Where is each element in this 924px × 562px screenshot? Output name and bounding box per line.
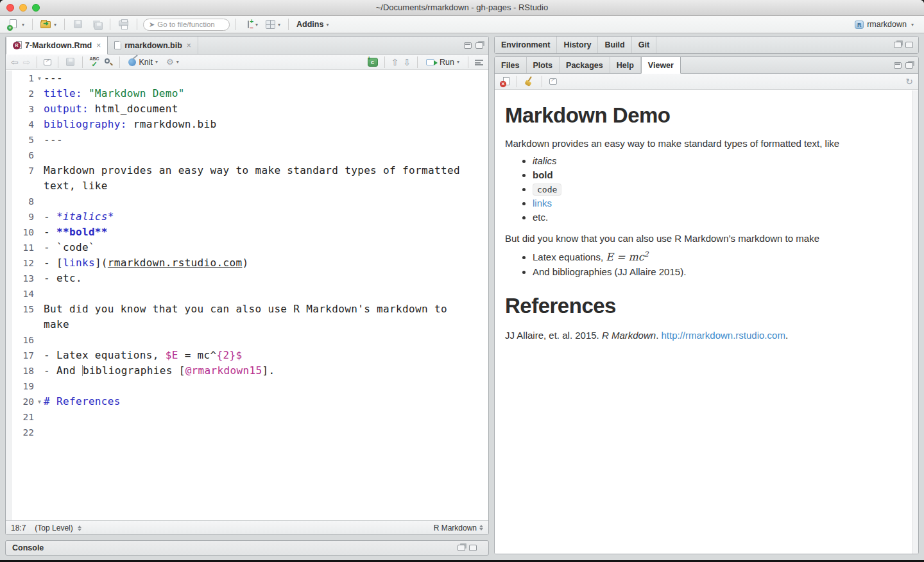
line-number: 7 — [6, 163, 35, 178]
viewer-second-paragraph: But did you know that you can also use R… — [505, 233, 900, 244]
viewer-doc-title: Markdown Demo — [505, 103, 900, 128]
close-tab-icon[interactable]: × — [187, 41, 191, 50]
version-control-button[interactable]: +− ▾ — [242, 18, 260, 31]
fold-gutter — [35, 332, 44, 348]
insert-chunk-icon[interactable]: c — [368, 58, 378, 67]
line-number: 12 — [6, 255, 35, 271]
refresh-icon[interactable]: ↻ — [905, 76, 913, 87]
restore-pane-icon[interactable] — [894, 42, 902, 48]
save-icon[interactable] — [65, 57, 76, 67]
code-editor[interactable]: 1▼---2title: "Markdown Demo"3output: htm… — [6, 71, 488, 520]
new-file-button[interactable]: + ▾ — [6, 18, 26, 31]
fold-gutter — [35, 271, 44, 286]
tab-history[interactable]: History — [557, 37, 598, 53]
goto-file-search[interactable]: ➤ — [143, 19, 230, 31]
find-replace-icon[interactable] — [104, 58, 113, 67]
code-line: 5--- — [6, 132, 488, 148]
project-icon: R — [855, 21, 864, 29]
list-item: italics — [533, 155, 900, 166]
citation-link[interactable]: http://rmarkdown.rstudio.com — [661, 330, 785, 341]
viewer-format-list: italicsboldcodelinksetc. — [505, 155, 900, 223]
list-item: Latex equations, E = mc2 — [533, 250, 900, 263]
editor-tab[interactable]: R7-Markdown.Rmd× — [6, 37, 108, 55]
list-item: etc. — [533, 212, 900, 223]
close-tab-icon[interactable]: × — [96, 41, 101, 50]
save-all-button[interactable] — [89, 18, 104, 31]
main-toolbar: + ▾ ➜ ▾ ➤ +− ▾ ▾ — [0, 16, 924, 33]
list-item: bold — [533, 169, 900, 180]
open-in-new-window-icon[interactable] — [44, 59, 51, 65]
document-outline-icon[interactable] — [475, 60, 483, 65]
knit-settings-button[interactable]: ⚙ ▾ — [164, 56, 181, 68]
fold-gutter — [35, 132, 44, 148]
print-button[interactable] — [116, 18, 131, 31]
minimize-pane-icon[interactable] — [464, 42, 472, 49]
maximize-pane-icon[interactable] — [469, 545, 477, 551]
run-previous-chunks-icon[interactable]: ⇧ — [391, 57, 399, 67]
rstudio-window: ~/Documents/rmarkdown - gh-pages - RStud… — [0, 0, 924, 562]
maximize-pane-icon[interactable] — [905, 42, 913, 48]
viewer-toolbar: ✕ ↻ — [495, 74, 918, 90]
open-file-button[interactable]: ➜ ▾ — [38, 18, 58, 31]
fold-arrow-icon[interactable]: ▼ — [35, 394, 44, 409]
chevron-down-icon: ▾ — [911, 22, 914, 28]
fold-arrow-icon[interactable]: ▼ — [35, 71, 44, 86]
workspace-panes-button[interactable]: ▾ — [264, 19, 282, 30]
maximize-pane-icon[interactable] — [475, 42, 483, 49]
fold-gutter — [35, 101, 44, 117]
viewer-scrollbar[interactable] — [912, 90, 918, 554]
fold-gutter — [35, 363, 44, 379]
fold-gutter — [35, 348, 44, 363]
line-number: 15 — [6, 302, 35, 317]
chevron-down-icon: ▾ — [22, 22, 24, 28]
tab-packages[interactable]: Packages — [560, 57, 610, 73]
tab-git[interactable]: Git — [632, 37, 656, 53]
viewer-content: Markdown Demo Markdown provides an easy … — [495, 90, 912, 554]
list-item: code — [533, 183, 900, 194]
code-line: 9- *italics* — [6, 209, 488, 225]
minimize-pane-icon[interactable] — [894, 62, 902, 69]
project-selector[interactable]: R rmarkdown ▾ — [851, 19, 918, 30]
knit-button[interactable]: Knit ▾ — [126, 56, 160, 68]
goto-file-input[interactable] — [157, 21, 221, 28]
line-number: 1 — [6, 71, 35, 86]
file-type-selector[interactable]: R Markdown — [434, 524, 483, 532]
spellcheck-icon[interactable]: ABC✓ — [89, 57, 99, 67]
editor-tab[interactable]: rmarkdown.bib× — [108, 37, 198, 54]
clear-viewer-icon[interactable]: ✕ — [500, 77, 509, 87]
run-next-chunk-icon[interactable]: ⇩ — [403, 57, 411, 67]
tab-help[interactable]: Help — [610, 57, 641, 73]
code-line: 3output: html_document — [6, 101, 488, 117]
code-line: 6 — [6, 148, 488, 163]
line-number: 3 — [6, 101, 35, 117]
code-line: 7Markdown provides an easy way to make s… — [6, 163, 488, 178]
maximize-pane-icon[interactable] — [905, 62, 913, 69]
code-line: 15But did you know that you can also use… — [6, 302, 488, 317]
back-icon[interactable]: ⇦ — [11, 57, 19, 67]
restore-pane-icon[interactable] — [458, 545, 465, 551]
fold-gutter — [35, 86, 44, 101]
chevron-down-icon: ▾ — [54, 22, 56, 28]
tab-files[interactable]: Files — [495, 57, 527, 73]
tab-build[interactable]: Build — [598, 37, 631, 53]
code-line: 22 — [6, 425, 488, 440]
tab-plots[interactable]: Plots — [527, 57, 560, 73]
open-in-new-window-icon[interactable] — [549, 78, 557, 85]
run-button[interactable]: Run ▾ — [424, 56, 461, 68]
addins-button[interactable]: Addins ▾ — [295, 19, 330, 30]
fold-gutter — [35, 194, 44, 209]
source-editor-pane: R7-Markdown.Rmd×rmarkdown.bib× ⇦ ⇨ ABC✓ … — [5, 36, 489, 535]
line-number: 19 — [6, 379, 35, 394]
viewer-references-heading: References — [505, 294, 900, 318]
line-number — [6, 317, 35, 332]
clear-all-broom-icon[interactable] — [524, 76, 535, 87]
line-number: 21 — [6, 409, 35, 425]
forward-icon[interactable]: ⇨ — [23, 57, 31, 67]
tab-environment[interactable]: Environment — [495, 37, 557, 53]
code-line: 21 — [6, 409, 488, 425]
fold-gutter — [35, 163, 44, 178]
tab-viewer[interactable]: Viewer — [641, 57, 681, 74]
scope-selector[interactable]: (Top Level) — [35, 524, 81, 532]
links-link[interactable]: links — [533, 198, 900, 209]
save-button[interactable] — [71, 18, 85, 31]
